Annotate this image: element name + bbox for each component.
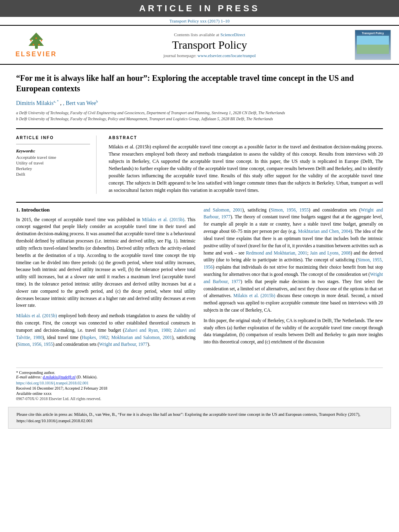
milakis-2015b-ref-2[interactable]: Milakis et al. (2015b) bbox=[16, 313, 57, 318]
paper-title: “For me it is always like half an hour”:… bbox=[16, 73, 383, 94]
jain-lyons-ref[interactable]: Jain and Lyons, 2008 bbox=[310, 251, 351, 255]
svg-point-4 bbox=[33, 44, 34, 45]
author-vanwee-link[interactable]: , Bert van Weeb bbox=[63, 100, 98, 106]
citation-banner: Please cite this article in press as: Mi… bbox=[8, 407, 391, 429]
article-info-label: ARTICLE INFO bbox=[16, 136, 90, 140]
wright-barbour-ref-3[interactable]: Wright and Barbour, 1977 bbox=[204, 272, 383, 284]
email-prefix: E-mail address: d.milakis@tudelft.nl (D.… bbox=[16, 375, 97, 379]
author-milakis-link[interactable]: Dimitris Milakisa, * bbox=[16, 100, 59, 106]
journal-header: ELSEVIER Contents lists available at Sci… bbox=[0, 25, 399, 65]
journal-ref-line: Transport Policy xxx (2017) 1–10 bbox=[0, 17, 399, 25]
article-in-press-text: ARTICLE IN PRESS bbox=[139, 3, 260, 13]
milakis-2015b-ref-3[interactable]: Milakis et al. (2015b) bbox=[233, 293, 275, 298]
elsevier-tree-icon bbox=[25, 32, 47, 50]
journal-cover-image: Transport Policy bbox=[355, 30, 391, 60]
svg-point-3 bbox=[41, 40, 42, 41]
copyright-line: 0967-070X/© 2018 Elsevier Ltd. All right… bbox=[16, 396, 383, 401]
keyword-4: Delft bbox=[16, 172, 90, 177]
journal-ref-text: Transport Policy xxx (2017) 1–10 bbox=[169, 18, 229, 23]
cover-scene bbox=[357, 36, 389, 54]
svg-point-6 bbox=[35, 37, 37, 39]
elsevier-text-label: ELSEVIER bbox=[15, 51, 57, 58]
abstract-label: ABSTRACT bbox=[109, 136, 383, 140]
cover-title-text: Transport Policy bbox=[362, 32, 384, 35]
right-column: and Salomon, 2001), satisficing (Simon, … bbox=[204, 207, 383, 352]
simon-1956-ref[interactable]: Simon, 1956, 1955 bbox=[18, 342, 53, 347]
milakis-2015b-ref-1[interactable]: Milakis et al. (2015b) bbox=[142, 217, 184, 222]
keyword-3: Berkeley bbox=[16, 166, 90, 171]
right-para2: In this paper, the original study of Ber… bbox=[204, 317, 383, 346]
paper-content: “For me it is always like half an hour”:… bbox=[0, 65, 399, 359]
mokhtarian-salomon-ref[interactable]: Mokhtarian and Salomon, 2001 bbox=[111, 335, 172, 340]
thick-divider-1 bbox=[16, 128, 383, 129]
intro-heading: 1. Introduction bbox=[16, 207, 195, 213]
journal-homepage-link[interactable]: www.elsevier.com/locate/tranpol bbox=[197, 53, 256, 58]
main-body: 1. Introduction In 2015, the concept of … bbox=[16, 207, 383, 352]
svg-point-2 bbox=[30, 40, 32, 41]
science-direct-link[interactable]: ScienceDirect bbox=[220, 32, 245, 37]
redmond-mokhtarian-ref[interactable]: Redmond and Mokhtarian, 2001 bbox=[246, 251, 307, 255]
info-divider bbox=[16, 144, 90, 144]
affiliation-a: a Delft University of Technology, Facult… bbox=[16, 110, 383, 116]
article-info-box: ARTICLE INFO Keywords: Acceptable travel… bbox=[16, 136, 97, 194]
affiliations: a Delft University of Technology, Facult… bbox=[16, 110, 383, 122]
authors-line: Dimitris Milakisa, * , , Bert van Weeb bbox=[16, 99, 383, 107]
left-column: 1. Introduction In 2015, the concept of … bbox=[16, 207, 195, 352]
thick-divider-2 bbox=[16, 202, 383, 203]
doi-link[interactable]: https://doi.org/10.1016/j.tranpol.2018.0… bbox=[16, 381, 383, 385]
received-dates: Received 16 December 2017; Accepted 2 Fe… bbox=[16, 386, 383, 390]
article-in-press-banner: ARTICLE IN PRESS bbox=[0, 0, 399, 17]
keyword-1: Acceptable travel time bbox=[16, 155, 90, 160]
available-online: Available online xxxx bbox=[16, 391, 383, 396]
keywords-label: Keywords: bbox=[16, 148, 90, 153]
citation-text: Please cite this article in press as: Mi… bbox=[16, 412, 360, 423]
zahavi-ryan-ref[interactable]: Zahavi and Ryan, 1980 bbox=[125, 328, 171, 333]
intro-para1: In 2015, the concept of acceptable trave… bbox=[16, 216, 195, 310]
journal-title-main: Transport Policy bbox=[64, 39, 355, 51]
elsevier-logo: ELSEVIER bbox=[8, 32, 64, 58]
journal-homepage: journal homepage: www.elsevier.com/locat… bbox=[64, 53, 355, 58]
right-para1: and Salomon, 2001), satisficing (Simon, … bbox=[204, 207, 383, 314]
intro-para2: Milakis et al. (2015b) employed both the… bbox=[16, 312, 195, 348]
hupkes-ref[interactable]: Hupkes, 1982 bbox=[82, 335, 108, 340]
keyword-2: Utility of travel bbox=[16, 160, 90, 165]
svg-point-5 bbox=[38, 44, 40, 45]
contents-line: Contents lists available at ScienceDirec… bbox=[64, 32, 355, 37]
corresponding-note: * Corresponding author. E-mail address: … bbox=[16, 368, 383, 379]
abstract-section: ABSTRACT Milakis et al. (2015b) explored… bbox=[109, 136, 383, 194]
abstract-text: Milakis et al. (2015b) explored the acce… bbox=[109, 143, 383, 194]
simon-1956-1955-ref[interactable]: Simon, 1956, 1955 bbox=[271, 207, 309, 212]
email-link[interactable]: d.milakis@tudelft.nl bbox=[43, 375, 75, 379]
salomon-2001-ref[interactable]: and Salomon, 2001 bbox=[204, 207, 242, 212]
simon-1955-1956-ref[interactable]: Simon, 1955, 1956 bbox=[204, 257, 383, 269]
page-footer: * Corresponding author. E-mail address: … bbox=[0, 368, 399, 401]
article-meta: ARTICLE INFO Keywords: Acceptable travel… bbox=[16, 131, 383, 194]
journal-header-center: Contents lists available at ScienceDirec… bbox=[64, 32, 355, 58]
wright-barbour-ref[interactable]: Wright and Barbour, 1977 bbox=[99, 342, 147, 347]
mokhtarian-chen-ref[interactable]: Mokhtarian and Chen, 2004 bbox=[298, 229, 350, 234]
svg-marker-1 bbox=[29, 33, 44, 46]
affiliation-b: b Delft University of Technology, Facult… bbox=[16, 116, 383, 122]
